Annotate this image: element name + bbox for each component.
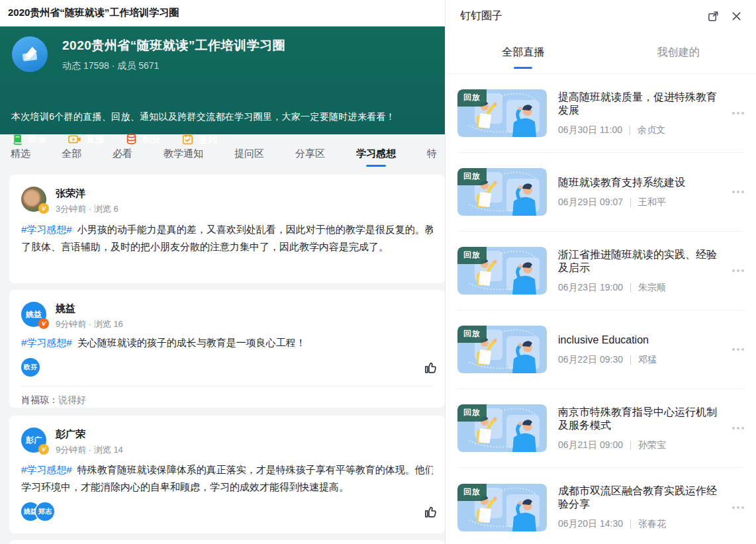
circle-title: 2020贵州省“随班就读”工作培训学习圈	[62, 37, 285, 54]
live-title: 随班就读教育支持系统建设	[558, 176, 725, 189]
live-speaker: 王和平	[638, 197, 666, 208]
replay-badge: 回放	[457, 484, 487, 501]
page-title: 2020贵州省“随班就读”工作培训学习圈	[8, 7, 179, 19]
live-thumbnail: 回放	[457, 89, 547, 137]
replay-badge: 回放	[457, 89, 487, 107]
replay-badge: 回放	[457, 247, 487, 264]
post-content: #学习感想#关心随班就读的孩子的成长与教育是一项良心工程！	[21, 334, 433, 351]
likers-row: 欧芬	[21, 358, 433, 377]
live-speaker: 余贞文	[638, 124, 665, 136]
more-options-icon[interactable]	[732, 345, 744, 353]
live-item[interactable]: 回放 浙江省推进随班就读的实践、经验及启示 06月23日 19:00朱宗顺	[457, 232, 744, 310]
post-card: 姚益 V 姚益 9分钟前 · 浏览 16 #学习感想#关心随班就读的孩子的成长与…	[9, 290, 445, 408]
post-card	[9, 540, 445, 544]
more-options-icon[interactable]	[732, 109, 744, 117]
thumbs-up-icon	[422, 359, 437, 374]
divider	[630, 198, 631, 207]
live-item[interactable]: 回放 inclusive Education 06月22日 09:30邓猛	[457, 310, 744, 389]
live-item[interactable]: 回放 成都市双流区融合教育实践运作经验分享 06月20日 14:30张春花	[457, 468, 744, 544]
post-author[interactable]: 姚益	[56, 302, 123, 315]
more-options-icon[interactable]	[732, 267, 744, 275]
comment-author[interactable]: 肖福琼：	[21, 394, 58, 405]
tab-share-zone[interactable]: 分享区	[295, 148, 325, 160]
hashtag-link[interactable]: #学习感想#	[21, 464, 72, 475]
comment-row[interactable]: 肖福琼：说得好	[21, 386, 433, 416]
live-title: inclusive Education	[558, 334, 725, 347]
hashtag-link[interactable]: #学习感想#	[21, 337, 72, 348]
tab-all-live[interactable]: 全部直播	[446, 32, 601, 73]
post-author[interactable]: 彭广荣	[56, 428, 123, 441]
live-thumbnail: 回放	[457, 484, 547, 531]
post-meta: 9分钟前 · 浏览 16	[56, 318, 123, 330]
tab-special-truncated[interactable]: 特	[427, 148, 437, 160]
live-item[interactable]: 回放 提高随班就读质量，促进特殊教育发展 06月30日 11:00余贞文	[457, 74, 744, 153]
main-content-area: 2020贵州省“随班就读”工作培训学习圈 2020贵州省“随班就读”工作培训学习…	[0, 0, 445, 544]
live-replay-list: 回放 提高随班就读质量，促进特殊教育发展 06月30日 11:00余贞文 回放 …	[446, 74, 756, 544]
live-time: 06月20日 14:30	[558, 518, 623, 530]
replay-badge: 回放	[457, 326, 487, 343]
tab-teaching-notice[interactable]: 教学通知	[164, 148, 203, 160]
live-speaker: 张春花	[638, 518, 666, 530]
live-title: 成都市双流区融合教育实践运作经验分享	[558, 484, 725, 511]
post-card: 彭广 V 彭广荣 9分钟前 · 浏览 14 #学习感想#特殊教育随班就读保障体系…	[9, 416, 445, 533]
live-time: 06月21日 09:00	[558, 439, 623, 451]
more-options-icon[interactable]	[732, 188, 744, 196]
live-item[interactable]: 回放 南京市特殊教育指导中心运行机制及服务模式 06月21日 09:00孙荣宝	[457, 389, 744, 468]
likers-row: 姚益 郑志	[21, 502, 433, 521]
live-thumbnail: 回放	[457, 168, 547, 216]
circle-avatar	[12, 36, 48, 72]
tab-my-created[interactable]: 我创建的	[601, 32, 756, 73]
panel-title: 钉钉圈子	[460, 9, 502, 23]
dingtalk-circle-panel: 钉钉圈子 全部直播 我创建的 回放	[445, 0, 756, 544]
live-speaker: 朱宗顺	[638, 282, 666, 294]
panel-tab-bar: 全部直播 我创建的	[446, 32, 756, 74]
post-content: #学习感想#特殊教育随班就读保障体系的真正落实，才是特殊孩子享有平等教育的体现。…	[21, 461, 433, 496]
live-thumbnail: 回放	[457, 247, 547, 295]
live-time: 06月22日 09:30	[558, 354, 623, 366]
circle-banner: 2020贵州省“随班就读”工作培训学习圈 动态 17598 · 成员 5671 …	[0, 26, 445, 134]
live-time: 06月30日 11:00	[558, 124, 622, 136]
live-time: 06月23日 19:00	[558, 282, 623, 294]
divider	[630, 441, 631, 450]
hashtag-link[interactable]: #学习感想#	[21, 224, 72, 235]
liker-avatar[interactable]: 欧芬	[21, 358, 40, 377]
window-title-bar: 2020贵州省“随班就读”工作培训学习圈	[0, 0, 445, 26]
more-options-icon[interactable]	[732, 504, 744, 512]
post-meta: 9分钟前 · 浏览 14	[56, 444, 123, 456]
tab-all[interactable]: 全部	[62, 148, 81, 160]
tab-question-zone[interactable]: 提问区	[234, 148, 264, 160]
divider	[630, 126, 630, 135]
replay-badge: 回放	[457, 404, 487, 422]
member-level-badge: V	[38, 444, 49, 455]
live-speaker: 孙荣宝	[638, 439, 666, 451]
member-level-badge: V	[38, 318, 49, 329]
divider	[630, 355, 631, 365]
comment-text: 说得好	[58, 394, 86, 405]
post-author[interactable]: 张荣洋	[56, 187, 118, 200]
circle-description: 本次培训6个群的直播、回放、通知以及跨群交流都在学习圈里，大家一定要随时进来看看…	[11, 111, 395, 123]
live-time: 06月29日 09:07	[558, 197, 623, 208]
tab-must-read[interactable]: 必看	[113, 148, 132, 160]
tab-study-reflections[interactable]: 学习感想	[356, 148, 396, 160]
like-button[interactable]	[422, 504, 437, 518]
live-thumbnail: 回放	[457, 326, 547, 373]
close-panel-button[interactable]	[730, 9, 743, 23]
post-content: #学习感想#小男孩的动手能力是真的差，又喜欢到处乱看，因此对于他的教学是很反复的…	[21, 221, 433, 255]
live-speaker: 邓猛	[638, 354, 657, 366]
post-meta: 3分钟前 · 浏览 6	[56, 203, 118, 215]
replay-badge: 回放	[457, 168, 487, 185]
liker-avatar[interactable]: 郑志	[36, 502, 54, 521]
panel-header: 钉钉圈子	[446, 0, 756, 32]
open-in-window-button[interactable]	[706, 9, 720, 23]
post-card: V 张荣洋 3分钟前 · 浏览 6 #学习感想#小男孩的动手能力是真的差，又喜欢…	[9, 175, 445, 283]
divider	[630, 283, 631, 293]
member-level-badge: V	[38, 203, 49, 214]
close-icon	[731, 11, 742, 22]
like-button[interactable]	[422, 359, 437, 374]
live-thumbnail: 回放	[457, 404, 547, 452]
tab-featured[interactable]: 精选	[11, 148, 30, 160]
live-title: 提高随班就读质量，促进特殊教育发展	[558, 91, 725, 117]
divider	[630, 520, 631, 529]
live-item[interactable]: 回放 随班就读教育支持系统建设 06月29日 09:07王和平	[457, 153, 744, 232]
more-options-icon[interactable]	[732, 424, 744, 432]
